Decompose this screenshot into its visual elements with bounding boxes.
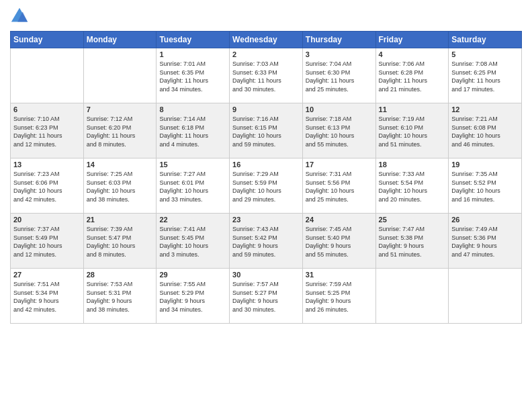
cell-line: Daylight: 10 hours (232, 187, 281, 194)
cell-line: Daylight: 9 hours (232, 298, 278, 304)
day-number: 2 (232, 50, 300, 58)
cell-line: Sunrise: 7:45 AM (306, 226, 352, 232)
cell-line: and 38 minutes. (87, 306, 130, 313)
cell-content: Sunrise: 7:31 AMSunset: 5:56 PMDaylight:… (306, 170, 373, 203)
cell-line: Daylight: 9 hours (87, 298, 132, 304)
cell-line: Sunset: 6:25 PM (451, 69, 496, 76)
cell-line: and 25 minutes. (306, 196, 349, 203)
week-row-4: 20Sunrise: 7:37 AMSunset: 5:49 PMDayligh… (11, 214, 522, 269)
cell-line: Sunset: 5:38 PM (379, 234, 424, 241)
cell-line: Sunset: 5:49 PM (13, 234, 58, 241)
cell-line: Daylight: 10 hours (379, 187, 428, 194)
cell-line: and 12 minutes. (13, 141, 56, 148)
day-number: 1 (159, 50, 226, 58)
cell-line: Daylight: 11 hours (159, 132, 208, 139)
cell-line: Daylight: 10 hours (13, 242, 62, 249)
cell-line: Daylight: 10 hours (159, 242, 208, 249)
cell-content: Sunrise: 7:08 AMSunset: 6:25 PMDaylight:… (451, 60, 519, 93)
day-number: 14 (87, 161, 154, 169)
calendar-cell: 30Sunrise: 7:57 AMSunset: 5:27 PMDayligh… (230, 269, 303, 324)
cell-content: Sunrise: 7:49 AMSunset: 5:36 PMDaylight:… (451, 225, 519, 259)
weekday-header-sunday: Sunday (11, 32, 84, 48)
cell-line: Daylight: 11 hours (379, 77, 428, 84)
cell-line: Sunset: 5:27 PM (232, 289, 277, 296)
weekday-header-wednesday: Wednesday (230, 32, 303, 48)
cell-line: and 8 minutes. (87, 141, 126, 148)
cell-line: Sunrise: 7:10 AM (13, 116, 60, 122)
cell-line: and 25 minutes. (306, 86, 349, 93)
day-number: 19 (451, 161, 519, 169)
calendar-cell: 26Sunrise: 7:49 AMSunset: 5:36 PMDayligh… (449, 214, 522, 269)
cell-line: Sunset: 6:03 PM (87, 179, 132, 186)
cell-line: Sunset: 6:13 PM (306, 124, 351, 131)
calendar-cell: 7Sunrise: 7:12 AMSunset: 6:20 PMDaylight… (83, 103, 157, 158)
cell-line: Sunset: 5:56 PM (306, 179, 351, 186)
calendar-cell: 23Sunrise: 7:43 AMSunset: 5:42 PMDayligh… (230, 214, 303, 269)
cell-line: and 55 minutes. (306, 251, 349, 258)
calendar-cell: 12Sunrise: 7:21 AMSunset: 6:08 PMDayligh… (449, 103, 522, 158)
cell-content: Sunrise: 7:29 AMSunset: 5:59 PMDaylight:… (232, 170, 300, 203)
cell-line: and 47 minutes. (451, 251, 494, 258)
day-number: 23 (232, 216, 300, 224)
cell-line: and 38 minutes. (87, 196, 130, 203)
cell-line: Sunset: 6:06 PM (13, 179, 58, 186)
day-number: 5 (451, 50, 519, 58)
calendar-cell: 1Sunrise: 7:01 AMSunset: 6:35 PMDaylight… (157, 48, 230, 103)
day-number: 10 (306, 105, 373, 113)
cell-line: Sunrise: 7:37 AM (13, 226, 60, 232)
logo (10, 7, 30, 26)
cell-line: Daylight: 10 hours (306, 132, 355, 139)
day-number: 3 (306, 50, 373, 58)
calendar-cell: 22Sunrise: 7:41 AMSunset: 5:45 PMDayligh… (157, 214, 230, 269)
calendar-cell: 2Sunrise: 7:03 AMSunset: 6:33 PMDaylight… (230, 48, 303, 103)
cell-content: Sunrise: 7:21 AMSunset: 6:08 PMDaylight:… (451, 115, 519, 148)
cell-content: Sunrise: 7:06 AMSunset: 6:28 PMDaylight:… (379, 60, 446, 93)
cell-content: Sunrise: 7:27 AMSunset: 6:01 PMDaylight:… (159, 170, 226, 203)
day-number: 6 (13, 105, 81, 113)
calendar-cell: 31Sunrise: 7:59 AMSunset: 5:25 PMDayligh… (302, 269, 375, 324)
cell-line: Sunset: 6:20 PM (87, 124, 132, 131)
cell-content: Sunrise: 7:41 AMSunset: 5:45 PMDaylight:… (159, 225, 226, 259)
cell-line: Daylight: 10 hours (379, 132, 428, 139)
cell-line: and 42 minutes. (13, 196, 56, 203)
calendar: SundayMondayTuesdayWednesdayThursdayFrid… (10, 31, 522, 324)
calendar-cell: 19Sunrise: 7:35 AMSunset: 5:52 PMDayligh… (449, 158, 522, 214)
cell-content: Sunrise: 7:33 AMSunset: 5:54 PMDaylight:… (379, 170, 446, 203)
cell-line: Sunset: 6:15 PM (232, 124, 277, 131)
calendar-cell: 13Sunrise: 7:23 AMSunset: 6:06 PMDayligh… (11, 158, 84, 214)
cell-line: and 21 minutes. (379, 86, 422, 93)
calendar-cell: 18Sunrise: 7:33 AMSunset: 5:54 PMDayligh… (375, 158, 449, 214)
cell-content: Sunrise: 7:43 AMSunset: 5:42 PMDaylight:… (232, 225, 300, 259)
day-number: 17 (306, 161, 373, 169)
calendar-cell (83, 48, 157, 103)
cell-line: Sunset: 5:40 PM (306, 234, 351, 241)
cell-line: Sunset: 5:52 PM (451, 179, 496, 186)
cell-line: Sunrise: 7:57 AM (232, 281, 279, 287)
cell-line: Sunrise: 7:18 AM (306, 116, 352, 122)
day-number: 24 (306, 216, 373, 224)
cell-line: and 34 minutes. (159, 306, 202, 313)
cell-line: Sunset: 5:36 PM (451, 234, 496, 241)
cell-line: Sunrise: 7:31 AM (306, 171, 352, 177)
cell-line: Sunset: 6:10 PM (379, 124, 424, 131)
calendar-cell: 15Sunrise: 7:27 AMSunset: 6:01 PMDayligh… (157, 158, 230, 214)
cell-line: Sunset: 6:18 PM (159, 124, 204, 131)
day-number: 12 (451, 105, 519, 113)
cell-line: Sunrise: 7:43 AM (232, 226, 279, 232)
cell-line: Sunset: 6:23 PM (13, 124, 58, 131)
cell-line: Sunset: 6:30 PM (306, 69, 351, 76)
day-number: 20 (13, 216, 81, 224)
week-row-5: 27Sunrise: 7:51 AMSunset: 5:34 PMDayligh… (11, 269, 522, 324)
cell-content: Sunrise: 7:45 AMSunset: 5:40 PMDaylight:… (306, 225, 373, 259)
calendar-cell: 8Sunrise: 7:14 AMSunset: 6:18 PMDaylight… (157, 103, 230, 158)
cell-content: Sunrise: 7:18 AMSunset: 6:13 PMDaylight:… (306, 115, 373, 148)
calendar-cell (449, 269, 522, 324)
cell-line: and 4 minutes. (159, 141, 199, 148)
cell-line: Daylight: 9 hours (306, 242, 351, 249)
cell-line: Sunrise: 7:23 AM (13, 171, 60, 177)
cell-line: Sunset: 5:54 PM (379, 179, 424, 186)
day-number: 11 (379, 105, 446, 113)
cell-line: Daylight: 9 hours (379, 242, 425, 249)
calendar-cell: 28Sunrise: 7:53 AMSunset: 5:31 PMDayligh… (83, 269, 157, 324)
cell-line: Sunset: 5:29 PM (159, 289, 204, 296)
